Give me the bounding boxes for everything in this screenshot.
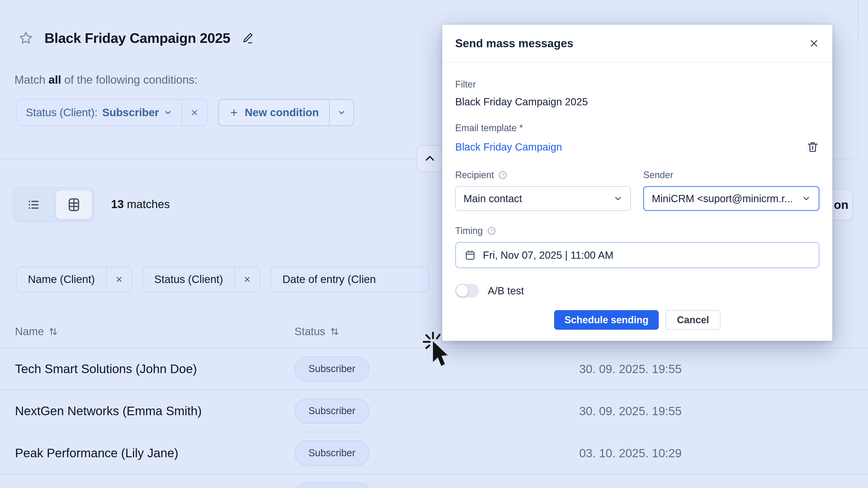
- table-row[interactable]: Peak Performance (Lily Jane) Subscriber …: [0, 432, 868, 474]
- close-icon: [243, 275, 251, 284]
- chevron-down-icon: [802, 194, 811, 203]
- column-header-status[interactable]: Status: [294, 325, 340, 338]
- new-condition-button[interactable]: New condition: [219, 100, 329, 126]
- table-row[interactable]: NextGen Networks (Emma Smith) Subscriber…: [0, 390, 868, 432]
- timing-value: Fri, Nov 07, 2025 | 11:00 AM: [483, 250, 613, 261]
- date-of-entry-cell: 03. 10. 2025. 10:29: [579, 432, 681, 474]
- condition-chip-status: Status (Client): Subscriber: [16, 99, 208, 126]
- status-badge: Subscriber: [294, 398, 369, 424]
- page-title: Black Friday Campaign 2025: [44, 30, 230, 46]
- new-condition-dropdown-button[interactable]: [329, 100, 353, 126]
- match-all: all: [49, 73, 61, 86]
- match-prefix: Match: [14, 73, 45, 86]
- close-icon: [115, 275, 123, 284]
- timing-label-row: Timing ?: [455, 225, 819, 236]
- column-chip-name: Name (Client): [16, 266, 132, 292]
- ab-test-toggle[interactable]: [455, 284, 479, 298]
- conditions-row: Status (Client): Subscriber New conditio…: [16, 99, 354, 126]
- recipient-label-row: Recipient ?: [455, 170, 631, 181]
- svg-text:?: ?: [490, 228, 493, 234]
- column-chip-label[interactable]: Status (Client): [143, 267, 234, 292]
- column-chip-date-of-entry: Date of entry (Clien: [271, 266, 430, 292]
- modal-header: Send mass messages: [442, 25, 832, 63]
- calendar-icon: [464, 249, 476, 261]
- table-view-button[interactable]: [56, 190, 92, 220]
- client-name-cell: Tech Smart Solutions (John Doe): [15, 348, 197, 390]
- mouse-cursor: [423, 331, 467, 375]
- filter-value: Black Friday Campaign 2025: [455, 96, 819, 108]
- trash-icon: [806, 140, 819, 154]
- recipient-select[interactable]: Main contact: [455, 186, 631, 211]
- modal-close-button[interactable]: [809, 38, 819, 49]
- status-badge: Subscriber: [294, 356, 369, 382]
- condition-remove-button[interactable]: [182, 100, 207, 126]
- plus-icon: [229, 108, 239, 118]
- help-icon[interactable]: ?: [487, 226, 496, 235]
- recipient-value: Main contact: [463, 193, 522, 204]
- ab-test-row: A/B test: [455, 284, 819, 298]
- status-badge: Subscriber: [294, 441, 369, 466]
- new-condition-button-group: New condition: [218, 99, 354, 126]
- view-toggle: [13, 187, 95, 223]
- date-of-entry-cell: 30. 09. 2025. 19:55: [579, 390, 681, 432]
- sender-label: Sender: [643, 170, 673, 181]
- svg-text:?: ?: [501, 173, 504, 178]
- timing-label: Timing: [455, 225, 483, 236]
- column-chips-row: Name (Client) Status (Client) Date of en…: [16, 266, 430, 292]
- condition-chip-main[interactable]: Status (Client): Subscriber: [17, 100, 182, 126]
- matches-count: 13 matches: [111, 198, 170, 211]
- app-screen: Black Friday Campaign 2025 Matchallof th…: [0, 0, 868, 488]
- column-header-label: Status: [294, 325, 325, 338]
- collapse-conditions-button[interactable]: [416, 145, 443, 172]
- favorite-star-icon[interactable]: [19, 31, 33, 45]
- column-chip-remove-button[interactable]: [106, 267, 131, 292]
- modal-body: Filter Black Friday Campaign 2025 Email …: [442, 79, 832, 330]
- client-name-cell: NextGen Networks (Emma Smith): [15, 390, 202, 432]
- row-separator: [0, 474, 868, 474]
- email-template-label: Email template *: [455, 123, 819, 133]
- column-chip-label[interactable]: Date of entry (Clien: [271, 267, 387, 292]
- column-chip-label[interactable]: Name (Client): [17, 267, 106, 292]
- page-header: Black Friday Campaign 2025: [19, 30, 254, 46]
- condition-value: Subscriber: [102, 106, 159, 119]
- sort-icon: [330, 326, 340, 337]
- list-icon: [27, 198, 40, 212]
- modal-title: Send mass messages: [455, 37, 573, 50]
- modal-footer: Schedule sending Cancel: [455, 310, 819, 330]
- partial-action-label: on: [834, 198, 848, 212]
- schedule-sending-button[interactable]: Schedule sending: [554, 310, 659, 330]
- table-icon: [67, 197, 81, 213]
- toggle-knob: [456, 285, 468, 297]
- help-icon[interactable]: ?: [498, 170, 507, 180]
- chevron-down-icon: [337, 108, 346, 117]
- new-condition-label: New condition: [245, 106, 319, 119]
- matches-number: 13: [111, 198, 124, 210]
- chevron-down-icon: [163, 108, 172, 117]
- sender-select[interactable]: MiniCRM <suport@minicrm.r...: [643, 186, 819, 211]
- sender-value: MiniCRM <suport@minicrm.r...: [652, 193, 793, 204]
- delete-template-button[interactable]: [806, 140, 819, 154]
- cancel-button[interactable]: Cancel: [665, 310, 720, 330]
- column-chip-status: Status (Client): [142, 266, 260, 292]
- edit-pencil-icon[interactable]: [242, 32, 254, 44]
- match-conditions-line: Matchallof the following conditions:: [14, 73, 197, 86]
- list-view-button[interactable]: [16, 191, 52, 219]
- send-mass-messages-modal: Send mass messages Filter Black Friday C…: [442, 25, 832, 341]
- recipient-label: Recipient: [455, 170, 494, 181]
- timing-input[interactable]: Fri, Nov 07, 2025 | 11:00 AM: [455, 242, 819, 268]
- match-suffix: of the following conditions:: [64, 73, 197, 86]
- close-icon: [190, 108, 199, 117]
- sender-label-row: Sender: [643, 170, 819, 181]
- date-of-entry-cell: 30. 09. 2025. 19:55: [579, 348, 681, 390]
- close-icon: [809, 38, 819, 49]
- column-header-label: Name: [15, 325, 44, 338]
- chevron-down-icon: [613, 194, 623, 203]
- column-header-name[interactable]: Name: [15, 325, 58, 338]
- chevron-up-icon: [424, 153, 436, 164]
- email-template-link[interactable]: Black Friday Campaign: [455, 141, 562, 153]
- filter-label: Filter: [455, 79, 819, 90]
- status-badge-partial: [294, 482, 371, 488]
- column-chip-remove-button[interactable]: [234, 267, 259, 292]
- ab-test-label: A/B test: [488, 285, 524, 297]
- sort-icon: [48, 326, 58, 337]
